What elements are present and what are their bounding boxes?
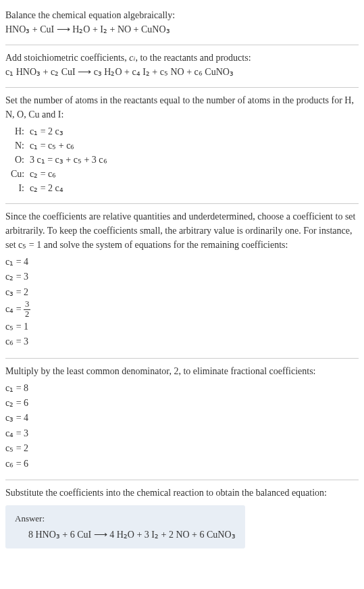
balance-label-Cu: Cu: bbox=[11, 167, 30, 181]
stoich-text-a: Add stoichiometric coefficients, bbox=[5, 53, 129, 63]
balance-eq-N: c₁ = c₅ + c₆ bbox=[30, 138, 359, 153]
section-answer: Substitute the coefficients into the che… bbox=[5, 483, 359, 555]
fraction: 32 bbox=[24, 300, 30, 319]
balance-eq-Cu: c₂ = c₆ bbox=[30, 167, 359, 181]
divider-3 bbox=[5, 203, 359, 204]
coeff-c5: c₅ = 1 bbox=[5, 319, 359, 334]
c4-label: c₄ = bbox=[5, 304, 24, 314]
coeff2-c1: c₁ = 8 bbox=[5, 381, 359, 396]
balance-label-N: N: bbox=[11, 138, 30, 153]
balanced-equation: 8 HNO₃ + 6 CuI ⟶ 4 H₂O + 3 I₂ + 2 NO + 6… bbox=[15, 528, 236, 542]
balance-label-I: I: bbox=[11, 181, 30, 195]
stoich-text-c: , to the reactants and products: bbox=[135, 53, 251, 63]
balance-row: O: 3 c₁ = c₃ + c₅ + 3 c₆ bbox=[11, 153, 359, 167]
balance-eq-O: 3 c₁ = c₃ + c₅ + 3 c₆ bbox=[30, 153, 359, 167]
coeff2-c3: c₃ = 4 bbox=[5, 411, 359, 426]
coeff-c6: c₆ = 3 bbox=[5, 334, 359, 349]
answer-text: Substitute the coefficients into the che… bbox=[5, 486, 359, 500]
divider-4 bbox=[5, 358, 359, 359]
unbalanced-equation: HNO₃ + CuI ⟶ H₂O + I₂ + NO + CuNO₃ bbox=[5, 22, 359, 36]
divider-2 bbox=[5, 87, 359, 88]
frac-denominator: 2 bbox=[24, 310, 30, 319]
coeff2-c5: c₅ = 2 bbox=[5, 441, 359, 456]
section-stoichiometric: Add stoichiometric coefficients, cᵢ, to … bbox=[5, 48, 359, 84]
section-atom-balance: Set the number of atoms in the reactants… bbox=[5, 91, 359, 201]
divider-1 bbox=[5, 45, 359, 45]
frac-numerator: 3 bbox=[24, 300, 30, 310]
balance-eq-H: c₁ = 2 c₃ bbox=[30, 124, 359, 138]
coeff-list-2: c₁ = 8 c₂ = 6 c₃ = 4 c₄ = 3 c₅ = 2 c₆ = … bbox=[5, 381, 359, 471]
coeff-list-1: c₁ = 4 c₂ = 3 c₃ = 2 c₄ = 32 c₅ = 1 c₆ =… bbox=[5, 255, 359, 350]
stoich-text: Add stoichiometric coefficients, cᵢ, to … bbox=[5, 51, 359, 65]
stoich-equation: c₁ HNO₃ + c₂ CuI ⟶ c₃ H₂O + c₄ I₂ + c₅ N… bbox=[5, 65, 359, 79]
answer-box: Answer: 8 HNO₃ + 6 CuI ⟶ 4 H₂O + 3 I₂ + … bbox=[5, 505, 245, 549]
balance-row: Cu: c₂ = c₆ bbox=[11, 167, 359, 181]
coeff-c4: c₄ = 32 bbox=[5, 300, 359, 319]
balance-row: I: c₂ = 2 c₄ bbox=[11, 181, 359, 195]
solve-text: Since the coefficients are relative quan… bbox=[5, 209, 359, 252]
coeff2-c2: c₂ = 6 bbox=[5, 396, 359, 411]
coeff-c3: c₃ = 2 bbox=[5, 285, 359, 300]
answer-label: Answer: bbox=[15, 512, 236, 526]
coeff-c1: c₁ = 4 bbox=[5, 255, 359, 270]
section-multiply: Multiply by the least common denominator… bbox=[5, 361, 359, 477]
problem-text: Balance the chemical equation algebraica… bbox=[5, 8, 359, 22]
section-solve: Since the coefficients are relative quan… bbox=[5, 207, 359, 355]
balance-label-O: O: bbox=[11, 153, 30, 167]
balance-table: H: c₁ = 2 c₃ N: c₁ = c₅ + c₆ O: 3 c₁ = c… bbox=[11, 124, 359, 195]
balance-row: H: c₁ = 2 c₃ bbox=[11, 124, 359, 138]
balance-text: Set the number of atoms in the reactants… bbox=[5, 93, 359, 122]
balance-label-H: H: bbox=[11, 124, 30, 138]
section-problem: Balance the chemical equation algebraica… bbox=[5, 5, 359, 42]
coeff2-c4: c₄ = 3 bbox=[5, 426, 359, 441]
balance-row: N: c₁ = c₅ + c₆ bbox=[11, 138, 359, 153]
balance-eq-I: c₂ = 2 c₄ bbox=[30, 181, 359, 195]
multiply-text: Multiply by the least common denominator… bbox=[5, 364, 359, 378]
coeff2-c6: c₆ = 6 bbox=[5, 457, 359, 471]
divider-5 bbox=[5, 480, 359, 480]
coeff-c2: c₂ = 3 bbox=[5, 270, 359, 284]
